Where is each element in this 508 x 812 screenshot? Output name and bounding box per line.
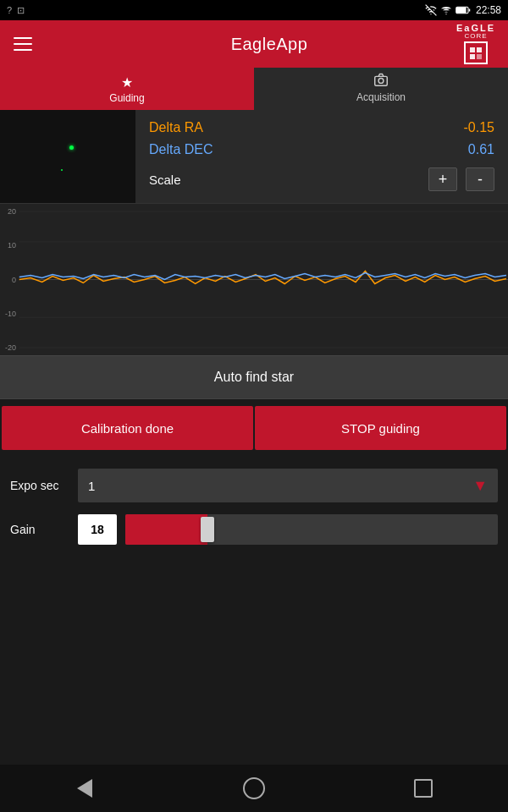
eagle-logo: EaGLE CORE bbox=[450, 24, 501, 64]
y-label-20: 20 bbox=[0, 207, 19, 216]
menu-button[interactable] bbox=[10, 29, 41, 59]
svg-point-11 bbox=[378, 79, 384, 84]
status-icons: 22:58 bbox=[425, 4, 501, 16]
svg-rect-8 bbox=[470, 54, 475, 59]
expo-dropdown[interactable]: 1 ▼ bbox=[78, 469, 498, 502]
back-icon bbox=[77, 779, 92, 798]
star-preview bbox=[0, 110, 135, 203]
scale-label: Scale bbox=[149, 173, 181, 187]
dropdown-arrow-icon: ▼ bbox=[472, 477, 488, 495]
scale-row: Scale + - bbox=[149, 167, 494, 191]
eagle-core-text: CORE bbox=[464, 33, 487, 40]
svg-rect-6 bbox=[470, 47, 475, 52]
delta-ra-value: -0.15 bbox=[464, 120, 494, 135]
svg-point-1 bbox=[430, 14, 431, 14]
y-label-n10: -10 bbox=[0, 310, 19, 318]
acquisition-tab-icon bbox=[373, 73, 389, 90]
eagle-logo-box bbox=[464, 41, 488, 64]
recents-button[interactable] bbox=[403, 768, 444, 809]
back-button[interactable] bbox=[64, 768, 105, 809]
status-bar: ? ⊡ 22:58 bbox=[0, 0, 508, 20]
stop-guiding-button[interactable]: STOP guiding bbox=[255, 406, 506, 450]
image-icon: ⊡ bbox=[17, 5, 25, 16]
y-axis-labels: 20 10 0 -10 -20 bbox=[0, 204, 19, 355]
scale-plus-button[interactable]: + bbox=[428, 167, 457, 191]
small-star-dot bbox=[61, 169, 63, 171]
time-display: 22:58 bbox=[476, 4, 501, 16]
calibration-done-button[interactable]: Calibration done bbox=[2, 406, 253, 450]
gain-slider[interactable] bbox=[125, 514, 498, 545]
gain-slider-fill bbox=[125, 514, 207, 545]
question-icon: ? bbox=[7, 5, 12, 15]
guiding-chart: 20 10 0 -10 -20 bbox=[0, 203, 508, 355]
y-label-n20: -20 bbox=[0, 343, 19, 352]
settings-area: Expo sec 1 ▼ Gain 18 bbox=[0, 460, 508, 553]
star-dot bbox=[69, 145, 74, 150]
home-button[interactable] bbox=[234, 768, 274, 809]
gain-label: Gain bbox=[10, 523, 69, 536]
stats-panel: Delta RA -0.15 Delta DEC 0.61 Scale + - bbox=[135, 110, 508, 203]
gain-slider-thumb[interactable] bbox=[201, 517, 214, 542]
wifi-off-icon bbox=[425, 4, 437, 16]
wifi-icon bbox=[440, 4, 452, 16]
app-header: EagleApp EaGLE CORE bbox=[0, 20, 508, 68]
tab-guiding[interactable]: ★ Guiding bbox=[0, 68, 254, 110]
delta-dec-value: 0.61 bbox=[468, 142, 494, 157]
delta-ra-row: Delta RA -0.15 bbox=[149, 120, 494, 135]
ra-line bbox=[19, 272, 506, 284]
nav-bar bbox=[0, 765, 508, 812]
delta-dec-label: Delta DEC bbox=[149, 142, 213, 157]
app-title: EagleApp bbox=[41, 35, 498, 54]
expo-setting-row: Expo sec 1 ▼ bbox=[10, 469, 498, 502]
tab-acquisition[interactable]: Acquisition bbox=[254, 68, 508, 110]
guiding-tab-label: Guiding bbox=[109, 92, 144, 104]
y-label-10: 10 bbox=[0, 241, 19, 250]
battery-icon bbox=[456, 5, 471, 15]
status-left: ? ⊡ bbox=[7, 5, 420, 16]
tab-bar: ★ Guiding Acquisition bbox=[0, 68, 508, 110]
chart-svg bbox=[0, 204, 508, 355]
expo-label: Expo sec bbox=[10, 479, 69, 492]
delta-dec-row: Delta DEC 0.61 bbox=[149, 142, 494, 157]
acquisition-tab-label: Acquisition bbox=[356, 91, 406, 103]
auto-find-button[interactable]: Auto find star bbox=[0, 355, 508, 399]
delta-ra-label: Delta RA bbox=[149, 120, 203, 135]
scale-minus-button[interactable]: - bbox=[466, 167, 494, 191]
expo-value: 1 bbox=[88, 479, 95, 493]
preview-stats-section: Delta RA -0.15 Delta DEC 0.61 Scale + - bbox=[0, 110, 508, 203]
home-icon bbox=[243, 777, 265, 799]
svg-rect-4 bbox=[456, 8, 466, 13]
gain-setting-row: Gain 18 bbox=[10, 514, 498, 545]
y-label-0: 0 bbox=[0, 276, 19, 284]
guiding-tab-icon: ★ bbox=[121, 74, 133, 91]
svg-rect-7 bbox=[477, 47, 482, 52]
action-buttons: Calibration done STOP guiding bbox=[0, 406, 508, 453]
svg-point-2 bbox=[445, 14, 446, 14]
gain-value-display: 18 bbox=[78, 514, 117, 545]
recents-icon bbox=[414, 779, 433, 798]
svg-rect-9 bbox=[477, 54, 482, 59]
